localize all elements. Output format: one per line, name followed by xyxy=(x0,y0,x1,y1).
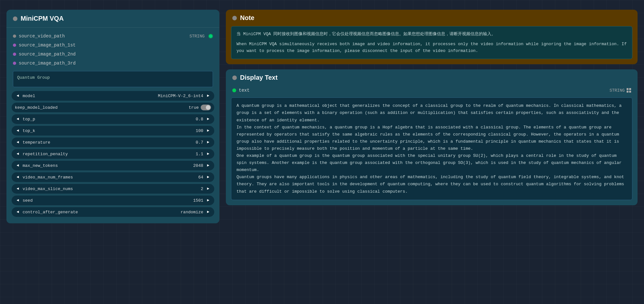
left-panel-title: MiniCPM VQA xyxy=(21,15,64,22)
temperature-value: 0.7 xyxy=(196,140,203,145)
temperature-right-arrow[interactable]: ► xyxy=(205,139,211,145)
text-content-area: A quantum group is a mathematical object… xyxy=(231,97,632,200)
param-control-after-generate: ◄ control_after_generate randomize ► xyxy=(12,207,214,217)
rep-penalty-label: repetition_penalty xyxy=(23,152,194,157)
text-output-row: text STRING xyxy=(226,86,638,95)
note-text-en: When MiniCPM VQA simultaneously receives… xyxy=(236,41,627,55)
top-k-label: top_k xyxy=(23,128,194,133)
left-panel: MiniCPM VQA source_video_path STRING sou… xyxy=(6,10,219,223)
temperature-left-arrow[interactable]: ◄ xyxy=(15,139,21,145)
vmf-right-arrow[interactable]: ► xyxy=(205,174,211,180)
top-p-left-arrow[interactable]: ◄ xyxy=(15,116,21,122)
vmf-value: 64 xyxy=(198,175,203,180)
seed-value: 1501 xyxy=(193,198,203,203)
seed-right-arrow[interactable]: ► xyxy=(205,198,211,203)
field-dot-image1 xyxy=(13,44,16,47)
field-dot-video xyxy=(13,35,16,38)
cag-label: control_after_generate xyxy=(23,210,179,215)
note-title: Note xyxy=(240,14,254,22)
vmf-left-arrow[interactable]: ◄ xyxy=(15,174,21,180)
model-value: MiniCPM-V-2_6-int4 xyxy=(158,94,203,98)
rep-penalty-right-arrow[interactable]: ► xyxy=(205,151,211,157)
prompt-text: Quantum Group xyxy=(17,75,50,80)
max-tokens-value: 2048 xyxy=(193,163,203,168)
note-content: 当 MiniCPM VQA 同时接收到图像和视频信息时，它会仅处理视频信息而忽略… xyxy=(231,26,632,59)
field-label-image1: source_image_path_1st xyxy=(19,43,75,48)
field-label-image3: source_image_path_3rd xyxy=(19,61,75,66)
seed-left-arrow[interactable]: ◄ xyxy=(15,198,21,203)
cag-left-arrow[interactable]: ◄ xyxy=(15,209,21,215)
param-keep-model-loaded: keep_model_loaded true xyxy=(12,103,214,112)
field-string-video: STRING xyxy=(189,34,205,39)
cag-right-arrow[interactable]: ► xyxy=(205,209,211,215)
param-model: ◄ model MiniCPM-V-2_6-int4 ► xyxy=(12,91,214,101)
vmf-label: video_max_num_frames xyxy=(23,175,196,180)
temperature-label: temperature xyxy=(23,140,194,145)
output-string-label: STRING xyxy=(609,88,625,93)
top-p-right-arrow[interactable]: ► xyxy=(205,116,211,122)
note-dot xyxy=(232,16,237,20)
field-source-image-1: source_image_path_1st xyxy=(13,41,213,49)
top-k-left-arrow[interactable]: ◄ xyxy=(15,128,21,134)
model-right-arrow[interactable]: ► xyxy=(205,93,211,99)
note-text-cn: 当 MiniCPM VQA 同时接收到图像和视频信息时，它会仅处理视频信息而忽略… xyxy=(236,31,627,38)
field-dot-image2 xyxy=(13,53,16,56)
keep-model-loaded-value: true xyxy=(189,105,199,110)
param-seed: ◄ seed 1501 ► xyxy=(12,196,214,205)
input-fields-section: source_video_path STRING source_image_pa… xyxy=(6,28,219,67)
note-panel: Note 当 MiniCPM VQA 同时接收到图像和视频信息时，它会仅处理视频… xyxy=(226,10,638,64)
param-repetition-penalty: ◄ repetition_penalty 1.1 ► xyxy=(12,149,214,159)
display-panel: Display Text text STRING A quantum group… xyxy=(226,69,638,205)
top-k-value: 100 xyxy=(196,128,203,133)
param-max-new-tokens: ◄ max_new_tokens 2048 ► xyxy=(12,161,214,170)
output-string-right: STRING xyxy=(609,88,631,93)
display-header: Display Text xyxy=(226,69,638,86)
toggle-knob[interactable] xyxy=(201,105,211,110)
top-k-right-arrow[interactable]: ► xyxy=(205,128,211,134)
model-label: model xyxy=(23,94,156,98)
display-title: Display Text xyxy=(240,74,277,81)
right-panel: Note 当 MiniCPM VQA 同时接收到图像和视频信息时，它会仅处理视频… xyxy=(226,10,638,205)
param-top-k: ◄ top_k 100 ► xyxy=(12,126,214,136)
field-source-image-2: source_image_path_2nd xyxy=(13,50,213,58)
output-green-dot xyxy=(232,88,236,92)
top-p-label: top_p xyxy=(23,117,194,122)
text-content: A quantum group is a mathematical object… xyxy=(236,102,627,195)
left-panel-dot xyxy=(13,16,17,21)
cag-value: randomize xyxy=(181,210,203,215)
field-source-image-3: source_image_path_3rd xyxy=(13,59,213,67)
output-text-label: text xyxy=(239,88,250,93)
seed-label: seed xyxy=(23,198,191,203)
param-top-p: ◄ top_p 0.8 ► xyxy=(12,114,214,124)
vms-value: 2 xyxy=(201,187,203,191)
rep-penalty-value: 1.1 xyxy=(196,152,203,157)
param-video-max-num-frames: ◄ video_max_num_frames 64 ► xyxy=(12,172,214,182)
param-video-max-slice-nums: ◄ video_max_slice_nums 2 ► xyxy=(12,184,214,194)
vms-left-arrow[interactable]: ◄ xyxy=(15,186,21,192)
left-panel-header: MiniCPM VQA xyxy=(6,10,219,28)
keep-model-loaded-toggle[interactable]: true xyxy=(189,105,211,110)
display-dot xyxy=(232,76,237,80)
field-source-video-path: source_video_path STRING xyxy=(13,32,213,40)
max-tokens-right-arrow[interactable]: ► xyxy=(205,163,211,168)
model-left-arrow[interactable]: ◄ xyxy=(15,93,21,99)
max-tokens-left-arrow[interactable]: ◄ xyxy=(15,163,21,168)
params-section: ◄ model MiniCPM-V-2_6-int4 ► keep_model_… xyxy=(6,91,219,217)
field-label-image2: source_image_path_2nd xyxy=(19,52,75,57)
prompt-area[interactable]: Quantum Group xyxy=(13,71,213,87)
max-tokens-label: max_new_tokens xyxy=(23,163,191,168)
note-header: Note xyxy=(226,10,638,26)
rep-penalty-left-arrow[interactable]: ◄ xyxy=(15,151,21,157)
keep-model-loaded-label: keep_model_loaded xyxy=(15,105,187,110)
top-p-value: 0.8 xyxy=(196,117,203,122)
field-connector-video[interactable] xyxy=(208,34,213,38)
vms-label: video_max_slice_nums xyxy=(23,187,199,191)
param-temperature: ◄ temperature 0.7 ► xyxy=(12,137,214,147)
vms-right-arrow[interactable]: ► xyxy=(205,186,211,192)
field-label-video: source_video_path xyxy=(19,34,65,39)
field-dot-image3 xyxy=(13,62,16,65)
grid-icon xyxy=(627,88,631,93)
